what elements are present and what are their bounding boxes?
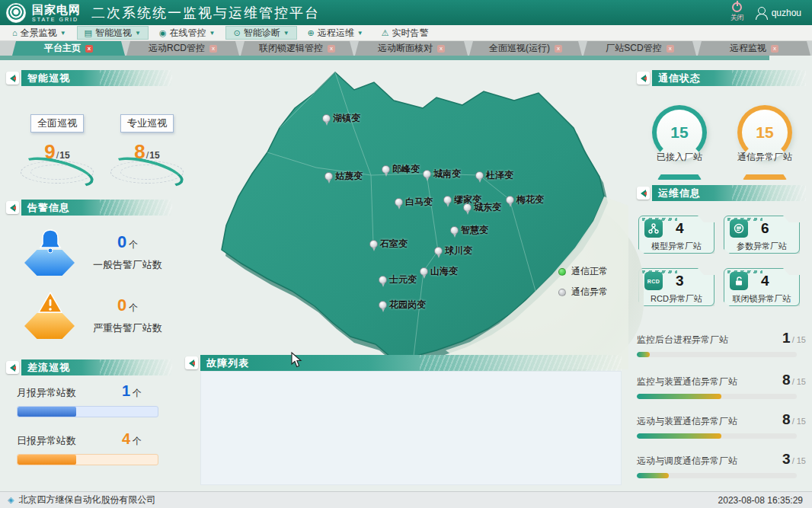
legend-item-normal: 通信正常 — [558, 265, 608, 278]
alarm-label: 严重告警厂站数 — [93, 321, 162, 335]
menu-label: 智能诊断 — [244, 27, 280, 40]
tab-section-check[interactable]: 远动断面核对 x — [355, 41, 468, 56]
tab-label: 全面巡视(运行) — [489, 42, 550, 55]
params-icon — [730, 219, 748, 238]
station-pin-duze[interactable]: 杜泽变 — [475, 169, 513, 182]
close-icon[interactable]: x — [555, 45, 562, 53]
close-icon[interactable]: x — [209, 45, 217, 53]
tab-platform-home[interactable]: 平台主页 x — [12, 41, 125, 56]
menu-item-smart-diagnosis[interactable]: ⊙ 智能诊断 ▼ — [225, 26, 296, 40]
map-pin-icon — [395, 198, 403, 206]
map-legend: 通信正常 通信异常 — [558, 265, 608, 306]
station-pin-huayuangang[interactable]: 花园岗变 — [379, 299, 426, 312]
collapse-arrow-icon[interactable] — [637, 187, 650, 200]
progress-value: 8 — [782, 372, 791, 388]
station-pin-shiyuan[interactable]: 士元变 — [379, 273, 417, 286]
section-fault-list: 故障列表 — [200, 355, 622, 371]
station-pin-baima[interactable]: 白马变 — [395, 196, 433, 209]
logout-button[interactable]: 关闭 — [730, 2, 744, 23]
station-pin-qiuchuan[interactable]: 球川变 — [434, 244, 472, 257]
card-rcd-abnormal[interactable]: RCD 3 RCD异常厂站 — [638, 268, 714, 306]
progress-value: 3 — [782, 451, 791, 468]
company-logo-icon: ◈ — [8, 495, 14, 505]
card-model-abnormal[interactable]: 4 模型异常厂站 — [638, 216, 714, 254]
station-pin-meihua[interactable]: 梅花变 — [506, 193, 544, 206]
station-pin-gumie[interactable]: 姑蔑变 — [324, 170, 363, 183]
map-pin-icon — [322, 114, 331, 123]
station-pin-shishi[interactable]: 石室变 — [369, 238, 408, 251]
close-icon[interactable]: x — [667, 45, 674, 53]
progress-monitor-device-comm: 监控与装置通信异常厂站 8 / 15 — [637, 372, 806, 399]
menu-item-remote-ops[interactable]: ⊕ 远程运维 ▼ — [300, 26, 371, 40]
menu-item-online-control[interactable]: ◉ 在线管控 ▼ — [152, 26, 223, 40]
alarm-count: 0 — [117, 296, 126, 315]
station-pin-zhihui[interactable]: 智慧变 — [450, 224, 488, 237]
clock: 2023-08-08 16:35:29 — [718, 495, 803, 506]
map-pin-icon — [382, 165, 390, 174]
menu-item-smart-inspection[interactable]: ▤ 智能巡视 ▼ — [77, 26, 149, 40]
station-label: 士元变 — [389, 273, 417, 286]
fault-list-panel[interactable] — [200, 371, 622, 485]
close-icon[interactable]: x — [437, 45, 445, 53]
tab-scd-control[interactable]: 厂站SCD管控 x — [583, 41, 696, 56]
menu-item-realtime-alarm[interactable]: ⚠ 实时告警 — [374, 26, 436, 40]
map-pin-icon — [324, 172, 333, 181]
progress-track — [637, 473, 797, 478]
station-pin-chengdong[interactable]: 城东变 — [463, 201, 501, 214]
close-icon[interactable]: x — [85, 45, 93, 53]
card-params-abnormal[interactable]: 6 参数异常厂站 — [724, 216, 800, 254]
username: quzhou — [772, 8, 801, 18]
legend-item-abnormal: 通信异常 — [558, 286, 608, 299]
collapse-arrow-icon[interactable] — [6, 72, 19, 85]
card-interlock-abnormal[interactable]: 4 联闭锁异常厂站 — [724, 268, 800, 306]
section-title: 智能巡视 — [27, 72, 70, 85]
comm-abnormal-icon — [558, 289, 566, 296]
card-label: 模型异常厂站 — [639, 241, 714, 252]
tab-interlock-logic[interactable]: 联闭锁逻辑管控 x — [241, 41, 353, 56]
collapse-arrow-icon[interactable] — [6, 361, 19, 374]
alarm-label: 一般告警厂站数 — [93, 258, 162, 272]
status-bar: ◈ 北京四方继保自动化股份有限公司 2023-08-08 16:35:29 — [0, 491, 812, 508]
map-pin-icon — [434, 247, 443, 255]
collapse-arrow-icon[interactable] — [6, 201, 19, 214]
menu-item-panorama[interactable]: ⌂ 全景监视 ▼ — [5, 26, 74, 40]
close-icon[interactable]: x — [328, 45, 335, 53]
tab-label: 远程监视 — [730, 42, 766, 55]
bar-label: 日报异常站数 — [17, 434, 76, 448]
section-title: 通信状态 — [658, 72, 701, 85]
diff-flow-monthly: 月报异常站数 1个 — [17, 382, 161, 417]
brand-name: 国家电网 — [32, 4, 81, 15]
section-smart-inspection: 智能巡视 — [21, 70, 172, 86]
gauge-total: 15 — [59, 150, 69, 161]
station-pin-langfeng[interactable]: 郎峰变 — [382, 163, 420, 176]
menu-label: 全景监视 — [21, 27, 57, 40]
close-icon[interactable]: x — [771, 45, 778, 53]
station-label: 姑蔑变 — [335, 170, 363, 183]
diff-flow-daily: 日报异常站数 4个 — [17, 430, 161, 465]
tab-label: 厂站SCD管控 — [606, 42, 661, 55]
power-icon — [732, 2, 742, 12]
station-pin-chengnan[interactable]: 城南变 — [423, 168, 461, 181]
gauge-label: 专业巡视 — [120, 114, 174, 133]
legend-label: 通信异常 — [571, 286, 608, 299]
tab-rcd-control[interactable]: 远动RCD管控 x — [126, 41, 239, 56]
tab-remote-monitor[interactable]: 远程监视 x — [698, 41, 810, 56]
station-label: 梅花变 — [516, 193, 544, 206]
gauge-value: 15 — [670, 123, 688, 142]
chevron-down-icon: ▼ — [283, 30, 289, 37]
comm-normal-icon — [558, 268, 566, 276]
station-label: 城东变 — [474, 201, 501, 214]
station-pin-huzhen[interactable]: 湖镇变 — [322, 112, 360, 125]
collapse-arrow-icon[interactable] — [637, 72, 650, 85]
section-comm-status: 通信状态 — [652, 70, 806, 86]
rcd-icon-text: RCD — [647, 279, 660, 284]
station-pin-shanhai[interactable]: 山海变 — [420, 265, 458, 278]
gauge-base-decoration — [743, 174, 787, 180]
warning-icon — [21, 289, 79, 342]
collapse-arrow-icon[interactable] — [185, 356, 198, 369]
card-value: 3 — [665, 273, 714, 289]
state-grid-logo — [6, 3, 26, 23]
tab-label: 平台主页 — [44, 42, 81, 55]
tab-full-inspection[interactable]: 全面巡视(运行) x — [469, 41, 582, 56]
user-menu[interactable]: quzhou — [755, 7, 801, 19]
